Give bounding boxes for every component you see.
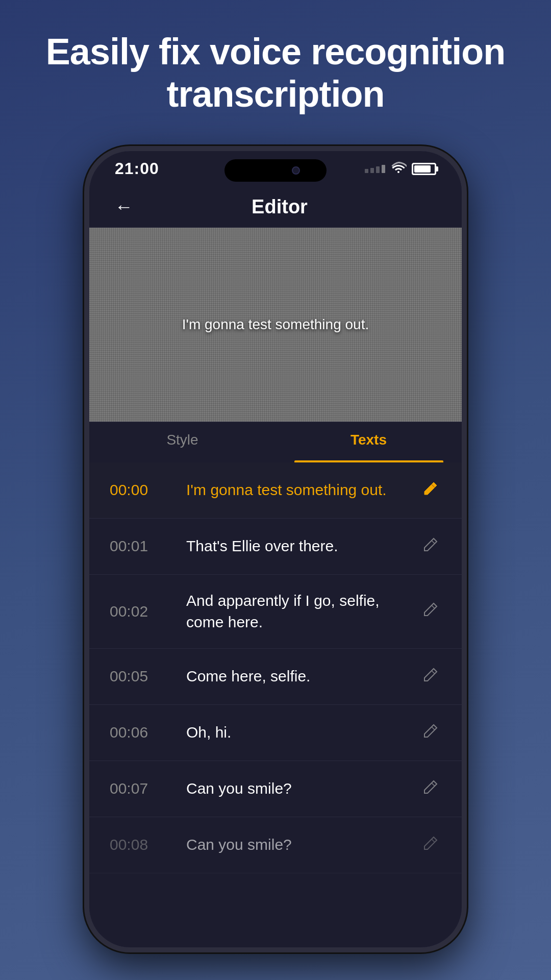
tab-texts-label: Texts — [350, 432, 387, 448]
signal-icon — [365, 165, 385, 173]
transcript-text: I'm gonna test something out. — [171, 479, 420, 501]
text-row[interactable]: 00:05 Come here, selfie. — [89, 649, 462, 705]
edit-icon[interactable] — [420, 776, 441, 801]
phone-screen: 21:00 — [84, 146, 467, 952]
front-camera — [292, 166, 300, 175]
video-caption: I'm gonna test something out. — [162, 316, 389, 333]
timestamp: 00:05 — [110, 668, 171, 685]
tab-bar: Style Texts — [89, 422, 462, 462]
nav-title: Editor — [148, 196, 411, 218]
page-headline: Easily fix voice recognition transcripti… — [0, 0, 551, 136]
status-icons — [365, 160, 436, 178]
back-button[interactable]: ← — [110, 191, 138, 223]
transcript-text: Can you smile? — [171, 778, 420, 799]
transcript-text: That's Ellie over there. — [171, 535, 420, 557]
transcript-text: Come here, selfie. — [171, 666, 420, 687]
edit-icon[interactable] — [420, 478, 441, 503]
text-row[interactable]: 00:01 That's Ellie over there. — [89, 519, 462, 575]
text-row[interactable]: 00:02 And apparently if I go, selfie, co… — [89, 575, 462, 649]
tab-style-label: Style — [166, 432, 198, 448]
edit-icon[interactable] — [420, 534, 441, 559]
tab-style[interactable]: Style — [89, 422, 276, 462]
edit-icon[interactable] — [420, 832, 441, 857]
status-time: 21:00 — [115, 159, 159, 178]
timestamp: 00:07 — [110, 780, 171, 797]
timestamp: 00:02 — [110, 603, 171, 620]
text-list: 00:00 I'm gonna test something out. 00:0… — [89, 462, 462, 947]
text-row[interactable]: 00:06 Oh, hi. — [89, 705, 462, 761]
notch — [224, 159, 327, 182]
timestamp: 00:01 — [110, 537, 171, 555]
wifi-icon — [390, 160, 407, 178]
text-row[interactable]: 00:00 I'm gonna test something out. — [89, 462, 462, 519]
transcript-text: Oh, hi. — [171, 722, 420, 743]
video-preview: I'm gonna test something out. — [89, 228, 462, 422]
status-bar: 21:00 — [89, 151, 462, 187]
timestamp: 00:08 — [110, 836, 171, 853]
nav-bar: ← Editor — [89, 187, 462, 228]
battery-icon — [412, 163, 436, 175]
transcript-text: Can you smile? — [171, 834, 420, 855]
tab-texts-indicator — [294, 460, 443, 462]
edit-icon[interactable] — [420, 664, 441, 689]
timestamp: 00:00 — [110, 481, 171, 499]
text-row[interactable]: 00:08 Can you smile? — [89, 817, 462, 873]
phone-mockup: 21:00 — [84, 146, 467, 952]
edit-icon[interactable] — [420, 720, 441, 745]
timestamp: 00:06 — [110, 724, 171, 741]
transcript-text: And apparently if I go, selfie, come her… — [171, 590, 420, 633]
text-row[interactable]: 00:07 Can you smile? — [89, 761, 462, 817]
edit-icon[interactable] — [420, 599, 441, 624]
tab-texts[interactable]: Texts — [276, 422, 462, 462]
